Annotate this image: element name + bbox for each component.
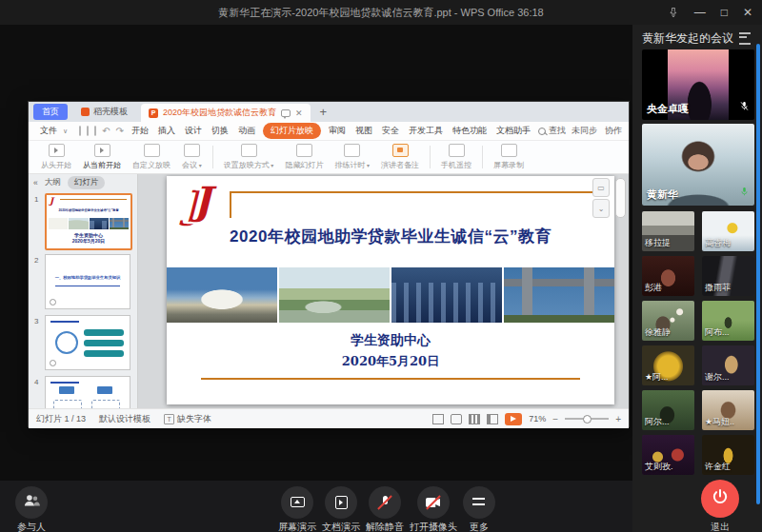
- participant-list-icon[interactable]: [739, 32, 751, 45]
- participant-name: 央金卓嘎: [647, 102, 689, 116]
- participants-button[interactable]: 参与人: [15, 486, 48, 532]
- wps-menu-item[interactable]: 动画: [236, 124, 257, 138]
- find-button[interactable]: 查找: [538, 125, 566, 137]
- participant-tile[interactable]: ★马妞..: [702, 390, 754, 430]
- wps-right-action[interactable]: 未同步: [572, 125, 597, 137]
- grid-view-icon[interactable]: [469, 414, 480, 424]
- ribbon-button[interactable]: 从当前开始: [78, 142, 126, 172]
- slide-canvas: J 2020年校园地助学贷款毕业生诚信“云”教育 学生资助中心 2020年5月2…: [167, 176, 614, 404]
- minimize-button[interactable]: —: [694, 7, 706, 18]
- wps-menu-item[interactable]: 幻灯片放映: [263, 123, 321, 139]
- panel-collapse-icon[interactable]: «: [33, 178, 38, 187]
- wps-menu-item[interactable]: 审阅: [327, 124, 348, 138]
- ribbon-button[interactable]: 会议: [177, 142, 207, 172]
- slide-title: 2020年校园地助学贷款毕业生诚信“云”教育: [167, 226, 614, 247]
- wps-menu-item[interactable]: 开始: [130, 124, 150, 138]
- reading-view-icon[interactable]: [487, 414, 498, 424]
- template-name[interactable]: 默认设计模板: [99, 413, 150, 425]
- exit-meeting-button[interactable]: [701, 480, 739, 518]
- participant-name: 许金红: [705, 461, 731, 473]
- save-icon[interactable]: [87, 126, 89, 136]
- ribbon-button[interactable]: 排练计时: [330, 142, 374, 172]
- canvas-tool-button[interactable]: ⌄: [592, 199, 610, 218]
- ribbon-button[interactable]: 设置放映方式: [219, 142, 279, 172]
- wps-menu-item[interactable]: 特色功能: [451, 124, 489, 138]
- print-icon[interactable]: [94, 126, 96, 136]
- participant-tile[interactable]: 移拉提: [642, 211, 694, 251]
- sidebar-scrollbar[interactable]: [756, 44, 760, 504]
- toolbar-button[interactable]: 屏幕演示: [278, 486, 316, 532]
- ribbon-button-icon: [94, 144, 110, 157]
- participant-tile[interactable]: 许金红: [702, 435, 754, 475]
- slide-sorter-icon[interactable]: [451, 414, 462, 424]
- ribbon-button[interactable]: 从头开始: [36, 142, 76, 172]
- toolbar-button[interactable]: 文档演示: [322, 486, 360, 532]
- close-button[interactable]: ✕: [743, 7, 752, 18]
- ribbon-button[interactable]: 演讲者备注: [376, 142, 424, 172]
- wps-menu-item[interactable]: 视图: [353, 124, 374, 138]
- wps-content: « 大纲 幻灯片 1 J 2020年校园地助学贷款毕业生诚信“云”教育 学生资助…: [29, 174, 629, 408]
- wps-document-tab[interactable]: P 2020年校园地贷款诚信云教育 ✕: [141, 104, 311, 122]
- pin-icon[interactable]: [668, 7, 679, 18]
- canvas-tool-button[interactable]: ▭: [592, 178, 610, 197]
- vertical-scrollbar[interactable]: [615, 178, 626, 218]
- participant-name: 阿布...: [705, 326, 730, 339]
- zoom-in-button[interactable]: +: [615, 414, 621, 424]
- slide-counter: 幻灯片 1 / 13: [36, 413, 86, 425]
- wps-menu-item[interactable]: 插入: [156, 124, 177, 138]
- toolbar-button[interactable]: 解除静音: [366, 486, 404, 532]
- exit-meeting: 退出: [699, 480, 741, 532]
- slide-thumbnail-1[interactable]: J 2020年校园地助学贷款毕业生诚信“云”教育 学生资助中心2020年5月20…: [45, 193, 132, 250]
- slide-thumbnail-3[interactable]: [45, 315, 130, 370]
- toolbar-button-icon: [471, 495, 488, 510]
- ribbon-button[interactable]: 隐藏幻灯片: [280, 142, 328, 172]
- wps-menu-item[interactable]: 安全: [380, 124, 401, 138]
- participant-name: ★马妞..: [705, 416, 734, 428]
- wps-menu-item[interactable]: 开发工具: [407, 124, 445, 138]
- toolbar-center-buttons: 屏幕演示 文档演示 解除静音 打开摄像头 更多: [278, 486, 495, 532]
- participant-tile[interactable]: 撒雨菲: [702, 256, 754, 296]
- slideshow-play-button[interactable]: [505, 413, 522, 425]
- zoom-out-button[interactable]: −: [552, 414, 558, 424]
- ribbon-button[interactable]: 手机遥控: [436, 142, 476, 172]
- participant-tile[interactable]: ★阿...: [642, 345, 694, 385]
- wps-menu-item[interactable]: 切换: [210, 124, 231, 138]
- participant-tile[interactable]: 艾则孜.: [642, 435, 694, 475]
- new-doc-icon[interactable]: [79, 126, 81, 136]
- participant-tile[interactable]: 彭港: [642, 256, 694, 296]
- zoom-slider[interactable]: [565, 418, 609, 420]
- participant-video-tile[interactable]: 央金卓嘎: [642, 49, 754, 120]
- new-tab-button[interactable]: +: [320, 105, 328, 119]
- ribbon-button-icon: [344, 144, 360, 157]
- wps-home-tab[interactable]: 首页: [33, 104, 68, 120]
- tab-close-icon[interactable]: ✕: [295, 108, 303, 118]
- participant-tile[interactable]: 阿布...: [702, 301, 754, 341]
- participant-name: 艾则孜.: [645, 461, 673, 473]
- wps-right-action[interactable]: 协作: [605, 125, 622, 137]
- zoom-level[interactable]: 71%: [529, 414, 546, 424]
- participant-tile[interactable]: 徐雅静: [642, 301, 694, 341]
- slide-thumbnail-2[interactable]: 一、校园地助学贷款毕业生相关知识: [45, 254, 130, 309]
- wps-menu-item[interactable]: 设计: [183, 124, 204, 138]
- participant-video-tile[interactable]: 黄新华: [642, 124, 754, 206]
- redo-icon[interactable]: ↷: [116, 126, 124, 136]
- participant-name: 移拉提: [645, 237, 671, 249]
- participant-tile[interactable]: 阿尔...: [642, 390, 694, 430]
- toolbar-button[interactable]: 打开摄像头: [410, 486, 457, 532]
- missing-font-warning[interactable]: T 缺失字体: [164, 413, 211, 425]
- normal-view-icon[interactable]: [432, 414, 444, 424]
- slide-thumbnail-4[interactable]: [45, 376, 130, 408]
- participant-tile[interactable]: 谢尔...: [702, 345, 754, 385]
- comment-icon[interactable]: [281, 109, 291, 117]
- wps-docer-tab[interactable]: 稻壳模板: [73, 102, 135, 122]
- outline-tab[interactable]: 大纲: [45, 177, 61, 188]
- toolbar-button[interactable]: 更多: [463, 486, 495, 532]
- ribbon-button[interactable]: 自定义放映: [128, 142, 175, 172]
- maximize-button[interactable]: □: [721, 7, 728, 18]
- file-menu[interactable]: 文件: [40, 125, 57, 137]
- ribbon-button[interactable]: 屏幕录制: [489, 142, 529, 172]
- undo-icon[interactable]: ↶: [102, 126, 110, 136]
- wps-menu-item[interactable]: 文档助手: [494, 124, 532, 138]
- participant-tile[interactable]: 高香梅: [702, 211, 754, 251]
- slides-tab[interactable]: 幻灯片: [68, 176, 106, 189]
